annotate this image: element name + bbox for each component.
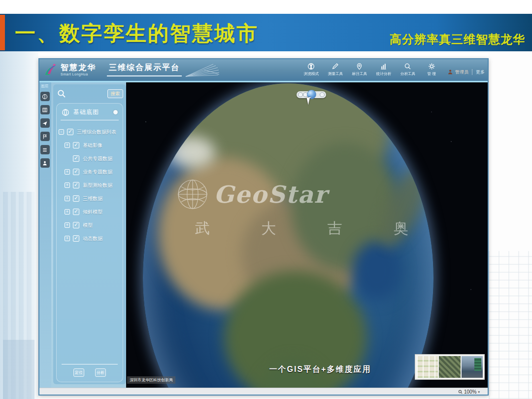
search-bar[interactable]: 搜索 (56, 87, 123, 100)
bird-logo-icon (42, 62, 58, 77)
layer-checkbox[interactable] (73, 195, 79, 202)
statistics-button[interactable]: 统计分析 (372, 61, 395, 78)
background-city-image (0, 51, 38, 399)
toolbar: 浏览模式 测量工具 标注工具 (299, 61, 489, 78)
layer-checkbox[interactable] (73, 142, 79, 148)
tree-row: + 三维数据 (59, 192, 121, 205)
search-button[interactable]: 搜索 (107, 89, 123, 98)
tree-row: 公共专题数据 (59, 152, 121, 165)
layer-checkbox[interactable] (73, 235, 79, 242)
layer-label[interactable]: 公共专题数据 (83, 155, 112, 162)
expander-icon[interactable]: + (65, 196, 70, 201)
layer-label[interactable]: 三维数据 (83, 195, 102, 202)
layer-label[interactable]: 动态数据 (83, 235, 102, 242)
divider (472, 69, 472, 75)
tool-label: 浏览模式 (303, 71, 318, 76)
sea (352, 241, 401, 300)
bar-chart-icon (380, 63, 387, 70)
nav-zoom-in-button[interactable] (320, 92, 325, 97)
zoom-magnifier-icon (458, 390, 463, 394)
slide-subtitle: 高分辨率真三维智慧龙华 (390, 32, 525, 47)
more-menu[interactable]: 更多 (476, 69, 485, 75)
expander-icon[interactable]: + (65, 209, 70, 215)
layer-label[interactable]: 模型 (83, 222, 93, 229)
logo-subtitle: Smart LongHua (61, 73, 96, 76)
expander-icon[interactable]: + (65, 143, 70, 148)
expander-icon[interactable]: - (59, 129, 64, 135)
tree-row: + 基础影像 (59, 139, 121, 152)
map-thumbnail[interactable] (462, 356, 483, 378)
annotate-tool-button[interactable]: 标注工具 (348, 61, 371, 78)
layer-label[interactable]: 三维综合数据列表 (77, 129, 116, 136)
panel-title: 基础底图 (73, 108, 99, 116)
layer-checkbox[interactable] (73, 209, 79, 215)
gear-icon (428, 63, 435, 70)
layer-panel: 搜索 基础底图 - (53, 84, 126, 384)
platform-title: 三维综合展示平台 (107, 63, 182, 76)
layer-label[interactable]: 倾斜模型 (83, 209, 102, 216)
layer-label[interactable]: 新型测绘数据 (83, 182, 112, 189)
expander-icon[interactable]: + (65, 222, 70, 228)
compass-icon (42, 94, 48, 100)
left-icon-rail: 图层 (38, 82, 51, 388)
map-viewport[interactable]: GeoStar 武 大 吉 奥 一个GIS平台+多维度应用 深圳市龙华区科技创新… (126, 82, 489, 388)
panel-footer-buttons: 定位分析 (57, 368, 123, 377)
gis-application-window: 智慧龙华 Smart LongHua 三维综合展示平台 浏览模式 (38, 58, 489, 396)
layer-checkbox[interactable] (73, 182, 79, 188)
slide-title-banner: 一、数字孪生的智慧城市 高分辨率真三维智慧龙华 (0, 14, 532, 51)
map-thumbnail[interactable] (439, 356, 460, 378)
rail-person-button[interactable] (40, 158, 50, 168)
panel-footer-button[interactable]: 定位 (73, 368, 84, 377)
send-icon (42, 120, 48, 126)
person-icon (447, 69, 453, 75)
globe-icon (62, 109, 69, 116)
nav-zoom-out-button[interactable] (298, 92, 303, 97)
rail-flag-button[interactable] (40, 132, 50, 141)
measure-tool-button[interactable]: 测量工具 (324, 61, 347, 78)
rail-map-button[interactable] (40, 105, 50, 114)
layer-checkbox[interactable] (73, 222, 79, 228)
tree-row: + 动态数据 (59, 232, 121, 245)
tree-row: + 业务专题数据 (59, 165, 121, 179)
tree-row: + 模型 (59, 218, 121, 232)
rail-send-button[interactable] (40, 118, 50, 128)
layer-label[interactable]: 基础影像 (83, 142, 102, 149)
list-icon (42, 147, 48, 153)
panel-settings-icon[interactable] (113, 110, 118, 114)
manage-button[interactable]: 管 理 (420, 61, 443, 78)
map-thumbnail[interactable] (417, 356, 438, 378)
tool-label: 分析工具 (400, 71, 415, 76)
app-body: 图层 (38, 82, 489, 388)
pen-icon (332, 63, 339, 70)
zoom-level[interactable]: 100% (464, 389, 477, 395)
expander-icon[interactable]: + (65, 182, 70, 188)
layer-checkbox[interactable] (73, 155, 79, 162)
analysis-tool-button[interactable]: 分析工具 (396, 61, 419, 78)
flag-icon (42, 134, 48, 140)
rail-list-button[interactable] (40, 145, 50, 154)
panel-footer-button[interactable]: 分析 (95, 368, 106, 377)
rail-label: 图层 (41, 84, 48, 89)
map-icon (42, 107, 48, 113)
tool-label: 标注工具 (352, 71, 366, 76)
zoom-dropdown-caret[interactable]: ▾ (478, 390, 480, 394)
expander-icon[interactable]: + (65, 236, 70, 241)
status-bar: 100% ▾ (38, 388, 489, 396)
layer-checkbox[interactable] (67, 129, 73, 135)
browse-mode-button[interactable]: 浏览模式 (299, 61, 323, 78)
map-attribution: 深圳市龙华区科技创新局 (127, 376, 175, 384)
mode-thumbnails (415, 354, 485, 380)
layer-checkbox[interactable] (73, 169, 79, 175)
user-name: 管理员 (455, 69, 468, 75)
tree-row: + 新型测绘数据 (59, 179, 121, 192)
panel-header: 基础底图 (57, 104, 123, 120)
expander-icon[interactable]: + (65, 169, 70, 175)
earth-globe[interactable] (143, 83, 433, 388)
rail-compass-button[interactable] (40, 92, 50, 101)
tool-label: 测量工具 (328, 71, 342, 76)
layer-label[interactable]: 业务专题数据 (83, 169, 112, 176)
slide: 一、数字孪生的智慧城市 高分辨率真三维智慧龙华 智慧龙华 Smart LongH… (0, 0, 532, 399)
user-menu[interactable]: 管理员 更多 (447, 69, 485, 75)
tree-row: - 三维综合数据列表 (59, 125, 121, 139)
magnifier-icon (404, 63, 411, 70)
